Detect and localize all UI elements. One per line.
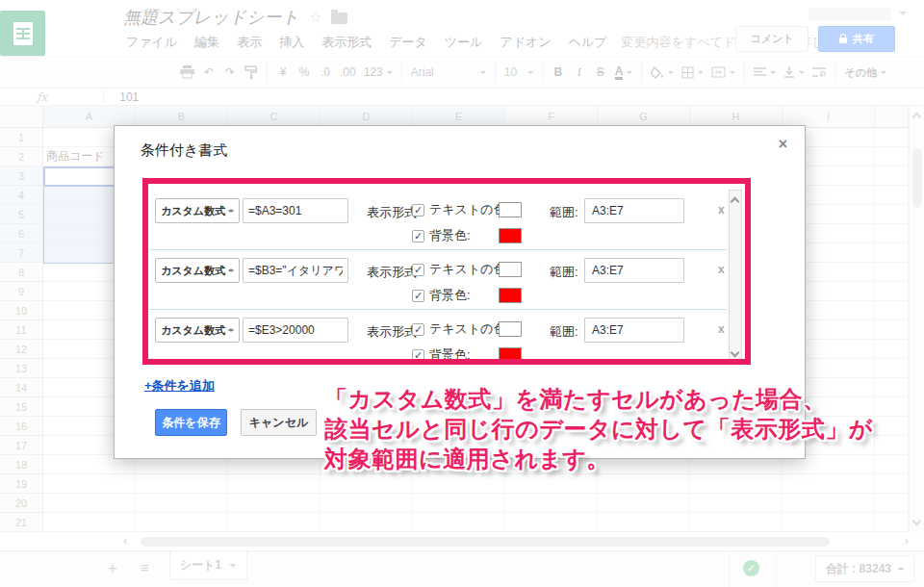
condition-formula-input[interactable] (243, 318, 348, 343)
range-label: 範囲: (550, 264, 578, 281)
bg-color-swatch[interactable] (499, 228, 522, 243)
delete-condition-button[interactable]: x (718, 203, 725, 217)
dialog-scrollbar[interactable] (729, 190, 742, 365)
condition-row-3: カスタム数式 表示形式: ✓ テキストの色: ✓ 背景色: 範囲: x (155, 318, 732, 370)
condition-formula-input[interactable] (243, 198, 348, 223)
dialog-close-button[interactable]: × (775, 134, 791, 155)
condition-type-value: カスタム数式 (161, 264, 225, 278)
add-condition-link[interactable]: +条件を追加 (144, 377, 215, 395)
range-label: 範囲: (550, 323, 578, 341)
range-input[interactable] (584, 198, 684, 223)
text-color-swatch[interactable] (499, 321, 522, 337)
condition-type-select[interactable]: カスタム数式 (155, 258, 240, 283)
condition-type-select[interactable]: カスタム数式 (155, 198, 240, 223)
delete-condition-button[interactable]: x (718, 322, 725, 336)
condition-type-value: カスタム数式 (161, 204, 225, 218)
bg-color-swatch[interactable] (499, 347, 522, 363)
bg-color-checkbox[interactable]: ✓ (412, 349, 424, 362)
condition-row-1: カスタム数式 表示形式: ✓ テキストの色: ✓ 背景色: 範囲: x (155, 198, 732, 250)
bg-color-swatch[interactable] (499, 288, 522, 303)
text-color-swatch[interactable] (499, 262, 522, 277)
dialog-title: 条件付き書式 (141, 141, 227, 160)
text-color-checkbox[interactable]: ✓ (412, 204, 424, 217)
scroll-up-icon[interactable] (731, 197, 740, 207)
range-label: 範囲: (550, 204, 578, 221)
bg-color-label: 背景色: (429, 287, 471, 304)
condition-formula-input[interactable] (243, 258, 348, 283)
select-arrows-icon (228, 325, 234, 335)
text-color-label: テキストの色: (429, 201, 509, 218)
google-sheets-window: 無題スプレッドシート ☆ ファイル編集表示挿入表示形式データツールアドオンヘルプ… (0, 0, 924, 587)
text-color-checkbox[interactable]: ✓ (412, 264, 424, 276)
scroll-down-icon[interactable] (731, 348, 740, 358)
bg-color-checkbox[interactable]: ✓ (412, 290, 424, 302)
cancel-button[interactable]: キャンセル (241, 409, 317, 436)
text-color-swatch[interactable] (499, 202, 522, 217)
text-color-label: テキストの色: (429, 320, 509, 338)
range-input[interactable] (584, 318, 684, 343)
bg-color-checkbox[interactable]: ✓ (412, 230, 424, 242)
tutorial-annotation: 「カスタム数式」を満たすセルがあった場合、 該当セルと同じ行のデータに対して「表… (324, 384, 873, 473)
annotation-line: 「カスタム数式」を満たすセルがあった場合、 (324, 384, 873, 414)
bg-color-label: 背景色: (429, 227, 471, 244)
bg-color-label: 背景色: (429, 346, 471, 364)
range-input[interactable] (584, 258, 684, 283)
select-arrows-icon (228, 266, 234, 275)
condition-row-2: カスタム数式 表示形式: ✓ テキストの色: ✓ 背景色: 範囲: x (155, 258, 732, 310)
select-arrows-icon (228, 206, 234, 216)
condition-type-select[interactable]: カスタム数式 (155, 318, 240, 343)
annotation-line: 対象範囲に適用されます。 (324, 444, 873, 473)
annotation-line: 該当セルと同じ行のデータに対して「表示形式」が (324, 414, 873, 444)
save-conditions-button[interactable]: 条件を保存 (155, 409, 227, 436)
text-color-checkbox[interactable]: ✓ (412, 323, 424, 336)
delete-condition-button[interactable]: x (718, 263, 725, 276)
text-color-label: テキストの色: (429, 261, 509, 278)
condition-type-value: カスタム数式 (161, 323, 225, 338)
